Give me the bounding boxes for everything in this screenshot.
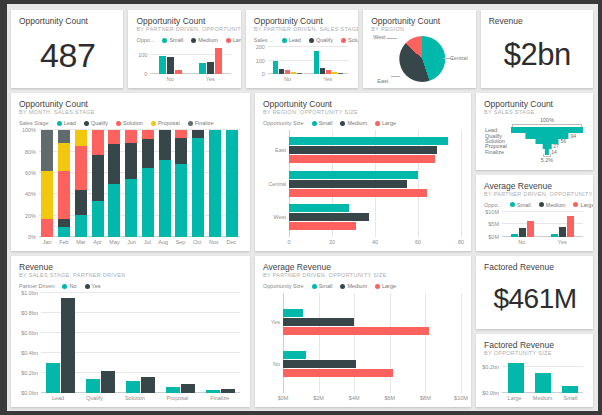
bar-yes-proposal[interactable] [181, 384, 195, 393]
bar-small-central[interactable] [289, 171, 418, 179]
bar-lead-sep[interactable] [175, 164, 187, 237]
bar-lead-feb[interactable] [58, 227, 70, 237]
bar-small-yes[interactable] [199, 63, 206, 74]
tile-opp-count-sales-stage-funnel[interactable]: Opportunity Count BY SALES STAGE 100%Lea… [476, 93, 593, 170]
bar-qualify-feb[interactable] [58, 219, 70, 228]
bar-finalize-feb[interactable] [58, 130, 70, 143]
bar-lead-oct[interactable] [192, 138, 204, 237]
bar-large-no[interactable] [283, 369, 393, 377]
tile-factored-revenue-size[interactable]: Factored Revenue BY OPPORTUNITY SIZE $0.… [476, 334, 593, 407]
bar-large-yes[interactable] [567, 216, 574, 237]
bar-solution-yes[interactable] [326, 70, 331, 74]
bar-no-finalize[interactable] [206, 390, 220, 393]
bar-medium-yes[interactable] [283, 318, 354, 326]
bar-finalize-no[interactable] [297, 73, 302, 74]
bar-small-no[interactable] [511, 234, 518, 237]
legend-item-yes[interactable]: Yes [85, 283, 101, 289]
bar-lead-no[interactable] [273, 61, 278, 74]
bar-no-lead[interactable] [46, 363, 60, 393]
bar-yes-solution[interactable] [141, 377, 155, 393]
bar-small-east[interactable] [289, 137, 448, 145]
legend-item-large[interactable]: Large [573, 202, 593, 208]
legend-item-small[interactable]: Small [162, 37, 183, 43]
tile-opportunity-count-kpi[interactable]: Opportunity Count 487 [11, 10, 123, 88]
legend-item-proposal[interactable]: Proposal [151, 120, 180, 126]
legend-item-small[interactable]: Small [312, 283, 333, 289]
bar-medium-yes[interactable] [559, 227, 566, 237]
bar-lead-may[interactable] [108, 184, 120, 237]
bar-large-west[interactable] [289, 222, 356, 230]
legend-item-small[interactable]: Small [510, 202, 531, 208]
bar-lead-aug[interactable] [159, 160, 171, 237]
bar-yes-lead[interactable] [61, 298, 75, 393]
bar-large-no[interactable] [175, 70, 182, 74]
bar-medium-yes[interactable] [207, 62, 214, 74]
bar-proposal-jan[interactable] [41, 171, 53, 219]
bar-proposal-mar[interactable] [75, 130, 87, 146]
bar-medium-no[interactable] [519, 228, 526, 237]
bar-qualify-jun[interactable] [125, 143, 137, 179]
bar-no-solution[interactable] [126, 381, 140, 393]
tile-average-revenue-partner-size-col[interactable]: Average Revenue BY PARTNER DRIVEN, OPPOR… [476, 175, 593, 252]
bar-large-no[interactable] [527, 221, 534, 237]
bar-medium-east[interactable] [289, 146, 437, 154]
tile-opp-count-region-size[interactable]: Opportunity Count BY REGION, OPPORTUNITY… [255, 93, 471, 251]
bar-finalize-yes[interactable] [338, 73, 343, 74]
legend-item-lead[interactable]: Lead [57, 120, 76, 126]
bar-solution-may[interactable] [108, 130, 120, 144]
bar-qualify-jul[interactable] [142, 139, 154, 168]
bar-lead-dec[interactable] [226, 130, 238, 237]
bar-lead-yes[interactable] [314, 51, 319, 74]
bar-small-no[interactable] [159, 56, 166, 74]
bar-qualify-apr[interactable] [92, 155, 104, 201]
legend-item-solution[interactable]: Solution [341, 37, 358, 43]
tile-opp-count-partner-size[interactable]: Opportunity Count BY PARTNER DRIVEN, OPP… [128, 10, 240, 88]
legend-item-medium[interactable]: Medium [191, 37, 218, 43]
bar-solution-mar[interactable] [75, 146, 87, 190]
bar-solution-jan[interactable] [41, 219, 53, 237]
bar-proposal-no[interactable] [291, 72, 296, 74]
legend-item-no[interactable]: No [62, 283, 76, 289]
bar-yes-qualify[interactable] [101, 371, 115, 393]
bar-solution-no[interactable] [285, 70, 290, 74]
bar-qualify-aug[interactable] [159, 130, 171, 160]
bar-lead-jul[interactable] [142, 168, 154, 237]
bar-no-qualify[interactable] [86, 379, 100, 393]
funnel-bar-finalize[interactable] [545, 149, 549, 155]
legend-item-medium[interactable]: Medium [340, 283, 367, 289]
legend-item-large[interactable]: Large [226, 37, 241, 43]
bar-small-no[interactable] [283, 351, 306, 359]
bar-solution-sep[interactable] [175, 130, 187, 137]
legend-item-qualify[interactable]: Qualify [84, 120, 108, 126]
bar-small-yes[interactable] [551, 234, 558, 237]
bar-medium-no[interactable] [283, 360, 356, 368]
legend-item-large[interactable]: Large [375, 283, 396, 289]
bar-medium-central[interactable] [289, 180, 407, 188]
bar-qualify-yes[interactable] [320, 68, 325, 74]
legend-item-solution[interactable]: Solution [116, 120, 143, 126]
bar-factored revenue-small[interactable] [562, 386, 578, 393]
bar-yes-finalize[interactable] [221, 389, 235, 393]
tile-revenue-kpi[interactable]: Revenue $2bn [481, 10, 593, 88]
bar-large-yes[interactable] [283, 327, 429, 335]
bar-proposal-yes[interactable] [332, 72, 337, 74]
tile-factored-revenue-kpi[interactable]: Factored Revenue $461M [476, 256, 593, 329]
bar-factored revenue-medium[interactable] [535, 373, 551, 393]
legend-item-large[interactable]: Large [375, 120, 396, 126]
bar-factored revenue-large[interactable] [508, 363, 524, 393]
bar-qualify-sep[interactable] [175, 138, 187, 165]
pie[interactable] [399, 36, 445, 82]
bar-solution-feb[interactable] [58, 171, 70, 219]
legend-item-small[interactable]: Small [312, 120, 333, 126]
legend-item-lead[interactable]: Lead [282, 37, 301, 43]
legend-item-medium[interactable]: Medium [539, 202, 566, 208]
tile-average-revenue-partner-size-bar[interactable]: Average Revenue BY PARTNER DRIVEN, OPPOR… [255, 256, 471, 407]
bar-lead-nov[interactable] [209, 130, 221, 237]
bar-medium-no[interactable] [167, 57, 174, 74]
bar-large-east[interactable] [289, 155, 435, 163]
tile-opp-count-region-pie[interactable]: Opportunity Count BY REGION WestCentralE… [363, 10, 475, 88]
bar-small-yes[interactable] [283, 309, 303, 317]
bar-qualify-mar[interactable] [75, 190, 87, 215]
bar-solution-apr[interactable] [92, 130, 104, 155]
bar-qualify-no[interactable] [279, 69, 284, 74]
